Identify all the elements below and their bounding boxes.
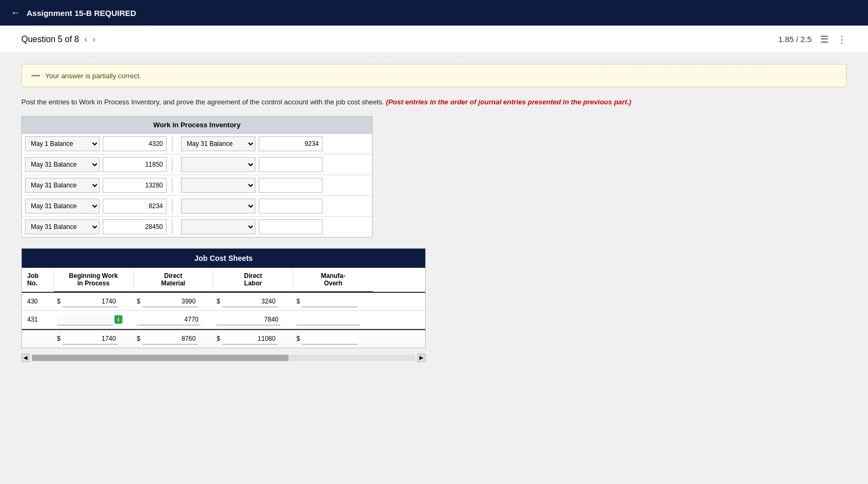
job-no-431: 431 <box>22 316 54 323</box>
totals-moh: $ <box>293 333 373 344</box>
col-moh-label: Manufa-Overh <box>321 272 345 287</box>
dollar-sign: $ <box>57 298 61 305</box>
wip-left-value-3[interactable] <box>103 178 167 193</box>
totals-dl-input[interactable] <box>222 333 278 344</box>
wip-right-select-4[interactable]: May 31 Balance May 1 Balance <box>181 199 255 214</box>
wip-left-select-1[interactable]: May 1 Balance May 31 Balance <box>25 136 100 151</box>
dl-cell-431 <box>213 314 293 325</box>
wip-right-value-5[interactable] <box>259 219 323 234</box>
dm-input-430[interactable] <box>142 296 198 307</box>
prev-question-button[interactable]: ‹ <box>85 35 87 44</box>
instruction-red: (Post entries in the order of journal en… <box>386 98 631 106</box>
wip-left-value-5[interactable] <box>103 219 167 234</box>
col-bwip: Beginning Workin Process <box>54 268 134 292</box>
minus-icon: — <box>31 71 40 80</box>
wip-divider <box>172 219 172 234</box>
jcs-totals-row: $ $ $ $ <box>22 329 425 348</box>
dollar-sign: $ <box>137 335 140 342</box>
wip-row: May 31 Balance May 1 Balance May 31 Bala… <box>22 175 372 196</box>
bwip-cell-431: i <box>54 314 134 325</box>
score-display: 1.85 / 2.5 <box>778 35 812 44</box>
bwip-input-430[interactable] <box>62 296 118 307</box>
scroll-right-button[interactable]: ▶ <box>417 354 426 362</box>
dollar-sign: $ <box>217 335 220 342</box>
wip-right-value-2[interactable] <box>259 157 323 172</box>
more-options-button[interactable]: ⋮ <box>837 34 847 45</box>
dollar-sign: $ <box>137 298 140 305</box>
dl-input-430[interactable] <box>222 296 278 307</box>
col-job-no: JobNo. <box>22 268 54 292</box>
wip-right-section-5: May 31 Balance May 1 Balance <box>181 219 323 234</box>
dm-cell-431 <box>134 314 213 325</box>
wip-left-value-1[interactable] <box>103 136 167 151</box>
totals-dm: $ <box>134 333 213 344</box>
instruction-text: Post the entries to Work in Process Inve… <box>21 97 847 108</box>
moh-input-431[interactable] <box>296 314 360 325</box>
wip-right-select-3[interactable]: May 31 Balance May 1 Balance <box>181 178 255 193</box>
dl-input-431[interactable] <box>217 314 280 325</box>
wip-right-select-1[interactable]: May 31 Balance May 1 Balance <box>181 136 255 151</box>
scroll-thumb[interactable] <box>32 355 288 361</box>
question-label: Question 5 of 8 <box>21 35 79 44</box>
dollar-sign: $ <box>296 335 300 342</box>
moh-input-430[interactable] <box>302 296 358 307</box>
back-arrow-icon[interactable]: ← <box>11 7 20 19</box>
top-navigation: ← Assignment 15-B REQUIRED <box>0 0 868 26</box>
jcs-header: Job Cost Sheets <box>22 249 425 268</box>
wip-left-value-2[interactable] <box>103 157 167 172</box>
wip-divider <box>172 199 172 214</box>
totals-moh-input[interactable] <box>302 333 358 344</box>
moh-cell-430: $ <box>293 296 373 307</box>
wip-right-section-1: May 31 Balance May 1 Balance <box>181 136 323 151</box>
col-moh: Manufa-Overh <box>293 268 373 292</box>
instruction-main: Post the entries to Work in Process Inve… <box>21 98 384 106</box>
totals-bwip-input[interactable] <box>62 333 118 344</box>
col-dl: DirectLabor <box>213 268 293 292</box>
wip-row: May 31 Balance May 1 Balance May 31 Bala… <box>22 196 372 217</box>
dm-input-431[interactable] <box>137 314 201 325</box>
jcs-row-431: 431 i <box>22 311 425 329</box>
wip-left-select-4[interactable]: May 31 Balance May 1 Balance <box>25 199 100 214</box>
wip-row: May 1 Balance May 31 Balance May 31 Bala… <box>22 134 372 154</box>
dollar-sign: $ <box>57 335 61 342</box>
dl-cell-430: $ <box>213 296 293 307</box>
wip-table-header: Work in Process Inventory <box>22 117 372 134</box>
moh-cell-431 <box>293 314 373 325</box>
bwip-cell-430: $ <box>54 296 134 307</box>
scroll-left-button[interactable]: ◀ <box>21 354 30 362</box>
wip-left-select-5[interactable]: May 31 Balance May 1 Balance <box>25 219 100 234</box>
col-bwip-label: Beginning Workin Process <box>69 272 118 287</box>
wip-right-section-4: May 31 Balance May 1 Balance <box>181 199 323 214</box>
wip-left-select-2[interactable]: May 31 Balance May 1 Balance <box>25 157 100 172</box>
wip-divider <box>172 136 172 151</box>
scroll-track <box>32 355 415 361</box>
banner-text: Your answer is partially correct. <box>45 72 141 80</box>
totals-dm-input[interactable] <box>142 333 198 344</box>
wip-divider <box>172 178 172 193</box>
wip-right-section-3: May 31 Balance May 1 Balance <box>181 178 323 193</box>
wip-right-value-3[interactable] <box>259 178 323 193</box>
jcs-column-headers: JobNo. Beginning Workin Process DirectMa… <box>22 268 425 293</box>
bwip-input-431[interactable] <box>57 314 113 325</box>
wip-right-value-1[interactable] <box>259 136 323 151</box>
col-dl-label: DirectLabor <box>244 272 262 287</box>
col-job-no-label: JobNo. <box>27 272 38 287</box>
horizontal-scrollbar-area: ◀ ▶ <box>21 354 426 362</box>
question-bar: Question 5 of 8 ‹ › 1.85 / 2.5 ☰ ⋮ <box>0 26 868 53</box>
job-cost-sheets-table: Job Cost Sheets JobNo. Beginning Workin … <box>21 248 426 348</box>
wip-inventory-table: Work in Process Inventory May 1 Balance … <box>21 116 373 237</box>
next-question-button[interactable]: › <box>93 35 95 44</box>
question-navigation: Question 5 of 8 ‹ › <box>21 35 95 44</box>
wip-right-select-2[interactable]: May 31 Balance May 1 Balance <box>181 157 255 172</box>
list-view-button[interactable]: ☰ <box>820 34 829 45</box>
main-content: — Your answer is partially correct. Post… <box>0 53 868 484</box>
wip-right-value-4[interactable] <box>259 199 323 214</box>
wip-left-select-3[interactable]: May 31 Balance May 1 Balance <box>25 178 100 193</box>
wip-left-value-4[interactable] <box>103 199 167 214</box>
info-badge-431: i <box>114 315 122 324</box>
totals-bwip: $ <box>54 333 134 344</box>
partial-correct-banner: — Your answer is partially correct. <box>21 64 847 87</box>
page-title: Assignment 15-B REQUIRED <box>27 9 136 18</box>
wip-right-select-5[interactable]: May 31 Balance May 1 Balance <box>181 219 255 234</box>
dm-cell-430: $ <box>134 296 213 307</box>
